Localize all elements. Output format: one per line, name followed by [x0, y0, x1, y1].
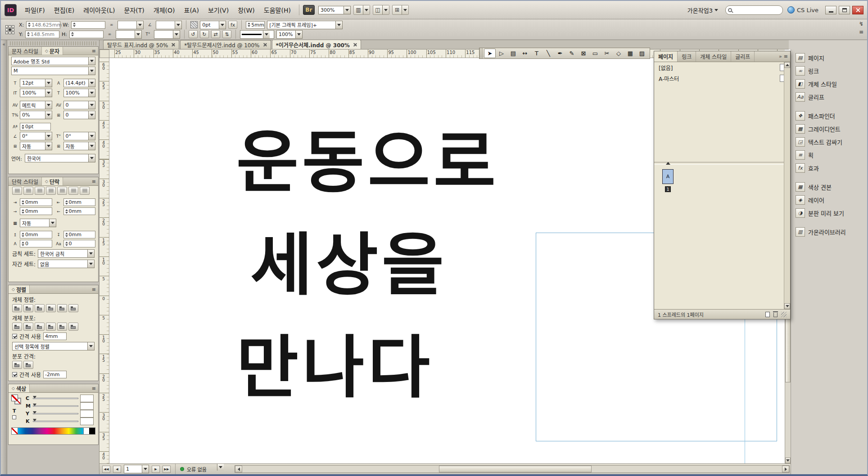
panel-menu-icon[interactable]: ≡ [784, 54, 788, 59]
scroll-up-button[interactable] [784, 62, 790, 68]
ruler-corner[interactable] [99, 49, 109, 58]
expand-panels-icon[interactable]: » [779, 54, 782, 59]
pages-scrollbar[interactable] [784, 62, 790, 309]
last-line-indent-field[interactable]: 0mm [63, 207, 96, 215]
color-spectrum-ramp[interactable] [11, 427, 95, 435]
page-number-combo[interactable]: 1 [124, 465, 149, 473]
close-tab-icon[interactable] [353, 43, 357, 47]
gap-tool[interactable]: ↔ [519, 49, 531, 58]
arrange-documents-button[interactable]: ⊞ [392, 5, 409, 15]
channel-slider[interactable] [33, 405, 78, 407]
distribute-right-button[interactable] [68, 323, 78, 331]
chevron-down-icon[interactable] [402, 5, 408, 14]
font-family-combo[interactable]: Adobe 명조 Std [11, 57, 95, 65]
distribute-vspace-button[interactable] [12, 361, 22, 369]
chevron-down-icon[interactable] [382, 5, 389, 14]
x-position-field[interactable]: 148.625mm [26, 21, 60, 29]
master-page-row[interactable]: A-마스터 [654, 73, 790, 84]
close-button[interactable] [852, 6, 863, 14]
pages-panel-tab[interactable]: 글리프 [731, 51, 755, 62]
pages-panel-tab[interactable]: 링크 [678, 51, 696, 62]
zoom-level-combo[interactable]: 300% [318, 6, 351, 14]
height-field[interactable] [69, 31, 104, 38]
spacing2-field[interactable]: -2mm [43, 371, 67, 378]
rotate-cw-button[interactable]: ↻ [200, 30, 209, 38]
black-swatch[interactable] [89, 428, 95, 434]
rotation-combo[interactable] [156, 21, 182, 29]
channel-slider[interactable] [33, 398, 78, 399]
tab-color[interactable]: ◇색상 [9, 384, 30, 392]
panel-menu-icon[interactable]: ≡ [92, 48, 96, 54]
dock-item-library[interactable]: ▥ 가온라이브러리 [793, 226, 865, 238]
vertical-ruler[interactable]: 605550454035302520151050510152025303540 [99, 58, 109, 463]
mini-swatch[interactable] [12, 415, 16, 419]
panel-menu-icon[interactable]: ≡ [92, 287, 96, 292]
justify-all-button[interactable] [80, 187, 90, 195]
rectangle-frame-tool[interactable]: ⊠ [578, 49, 589, 58]
tab-align[interactable]: ◇정렬 [9, 285, 30, 293]
page-tool[interactable]: ▤ [507, 49, 519, 58]
tab-paragraph-styles[interactable]: 단락 스타일 [9, 177, 42, 185]
proportional-spacing-combo[interactable]: 0% [20, 111, 52, 119]
preflight-menu-arrow[interactable] [217, 464, 224, 471]
constrain-proportions-icon[interactable]: ∞ [108, 22, 115, 27]
close-tab-icon[interactable] [171, 43, 175, 47]
dock-item-gradient[interactable]: ▩ 그레이디언트 [793, 123, 865, 135]
fill-swatch[interactable] [11, 395, 18, 401]
menu-view[interactable]: 보기(V) [203, 3, 233, 17]
shear-combo[interactable] [154, 30, 180, 39]
flip-vertical-button[interactable]: ⇅ [222, 30, 231, 38]
dropcap-chars-field[interactable]: 0 [63, 240, 96, 247]
horizontal-scroll-thumb[interactable] [439, 466, 592, 472]
scroll-right-button[interactable] [782, 466, 789, 472]
align-top-edges-button[interactable] [46, 304, 56, 312]
mojikumi-combo[interactable]: 없음 [38, 260, 95, 268]
dock-item-pathfinder[interactable]: ❖ 패스파인더 [793, 110, 865, 121]
horizontal-scrollbar[interactable] [235, 465, 790, 473]
align-right-button[interactable] [35, 187, 45, 195]
new-page-icon[interactable] [765, 312, 770, 317]
dock-item-pages[interactable]: ▤ 페이지 [793, 52, 865, 63]
minimize-button[interactable] [825, 6, 836, 14]
justify-center-button[interactable] [57, 187, 67, 195]
close-tab-icon[interactable] [263, 43, 267, 47]
baseline-shift-field[interactable]: 0pt [20, 123, 51, 130]
menu-table[interactable]: 표(A) [180, 3, 203, 17]
tracking-combo[interactable]: 0 [63, 101, 96, 109]
spectrum[interactable] [18, 428, 83, 434]
first-line-indent-field[interactable]: 0mm [20, 207, 52, 215]
panel-section-divider[interactable] [654, 162, 784, 165]
justify-left-button[interactable] [46, 187, 56, 195]
flip-horizontal-button[interactable]: ⇄ [211, 30, 220, 38]
dock-item-layers[interactable]: ◈ 레이어 [793, 194, 865, 206]
pencil-tool[interactable]: ✎ [566, 49, 578, 58]
channel-value-field[interactable] [80, 410, 94, 418]
panel-menu-icon[interactable]: ≡ [859, 29, 863, 35]
dock-item-text-wrap[interactable]: ◲ 텍스트 감싸기 [793, 136, 865, 148]
channel-value-field[interactable] [80, 402, 94, 410]
dock-item-object-styles[interactable]: ◧ 개체 스타일 [793, 78, 865, 90]
pages-panel-tab[interactable]: 개체 스타일 [696, 51, 731, 62]
effects-button[interactable]: fx [228, 21, 237, 29]
tab-paragraph[interactable]: ◇단락 [42, 177, 63, 185]
tsume-combo[interactable]: 0 [63, 111, 96, 119]
panel-menu-icon[interactable]: ≡ [92, 179, 96, 184]
menu-type[interactable]: 문자(T) [120, 3, 149, 17]
font-size-combo[interactable]: 12pt [20, 79, 52, 87]
width-field[interactable] [71, 21, 105, 29]
scroll-down-button[interactable] [784, 303, 790, 309]
dock-item-glyphs[interactable]: Aa 글리프 [793, 91, 865, 103]
chevron-down-icon[interactable] [363, 5, 370, 14]
dock-item-stroke[interactable]: ≡ 획 [793, 149, 865, 161]
master-page-row[interactable]: [없음] [654, 62, 790, 73]
next-page-button[interactable]: ▶ [152, 466, 160, 473]
fill-stroke-proxy[interactable]: T [11, 395, 23, 424]
use-spacing2-checkbox[interactable] [12, 372, 17, 377]
rectangle-tool[interactable]: ▭ [589, 49, 601, 58]
bridge-button[interactable]: Br [303, 5, 315, 15]
chevron-down-icon[interactable] [344, 6, 350, 14]
space-after-field[interactable]: 0mm [63, 231, 96, 238]
dock-item-effects[interactable]: fx 효과 [793, 162, 865, 174]
align-vertical-centers-button[interactable] [57, 304, 67, 312]
rotate-ccw-button[interactable]: ↺ [189, 30, 198, 38]
